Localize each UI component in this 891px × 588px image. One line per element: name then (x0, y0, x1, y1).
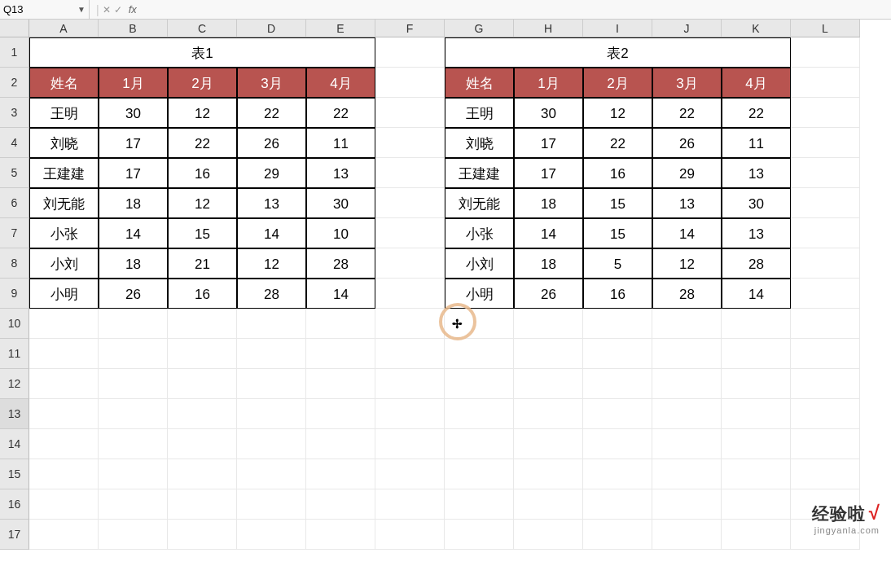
cell[interactable] (99, 429, 168, 459)
cell[interactable] (375, 429, 445, 459)
cell[interactable] (168, 369, 237, 399)
cell[interactable] (791, 279, 860, 309)
table1-data-cell[interactable]: 18 (99, 188, 168, 218)
cell[interactable] (306, 309, 375, 339)
row-header[interactable]: 5 (0, 158, 29, 188)
table1-data-cell[interactable]: 30 (306, 188, 375, 218)
cell[interactable] (583, 459, 652, 489)
cell[interactable] (237, 309, 306, 339)
table1-title[interactable]: 表1 (29, 37, 375, 68)
cell[interactable] (445, 429, 514, 459)
cell[interactable] (375, 279, 445, 309)
cell[interactable] (583, 520, 652, 550)
cell[interactable] (514, 309, 583, 339)
cell[interactable] (583, 399, 652, 429)
cell[interactable] (375, 218, 445, 248)
table1-data-cell[interactable]: 16 (168, 279, 237, 309)
cell[interactable] (29, 369, 99, 399)
cell[interactable] (375, 188, 445, 218)
cell[interactable] (306, 459, 375, 489)
cell[interactable] (445, 369, 514, 399)
row-header[interactable]: 11 (0, 339, 29, 369)
cell[interactable] (791, 459, 860, 489)
table1-data-cell[interactable]: 14 (237, 218, 306, 248)
cell[interactable] (168, 429, 237, 459)
row-header[interactable]: 6 (0, 188, 29, 218)
table1-data-cell[interactable]: 28 (306, 248, 375, 279)
row-header[interactable]: 14 (0, 429, 29, 459)
cell[interactable] (583, 429, 652, 459)
cell[interactable] (375, 98, 445, 128)
row-header[interactable]: 12 (0, 369, 29, 399)
cell[interactable] (375, 158, 445, 188)
table1-data-cell[interactable]: 小刘 (29, 248, 99, 279)
cell[interactable] (791, 248, 860, 279)
spreadsheet-grid[interactable]: ABCDEFGHIJKL1表1表22姓名1月2月3月4月姓名1月2月3月4月3王… (0, 20, 891, 550)
cell[interactable] (791, 68, 860, 98)
table1-data-cell[interactable]: 刘晓 (29, 128, 99, 158)
cell[interactable] (791, 399, 860, 429)
cell[interactable] (514, 369, 583, 399)
select-all-corner[interactable] (0, 20, 29, 37)
table1-data-cell[interactable]: 22 (237, 98, 306, 128)
cell[interactable] (722, 369, 791, 399)
table2-data-cell[interactable]: 18 (514, 188, 583, 218)
table1-data-cell[interactable]: 30 (99, 98, 168, 128)
column-header[interactable]: I (583, 20, 652, 37)
cell[interactable] (99, 369, 168, 399)
cell[interactable] (375, 248, 445, 279)
name-box-input[interactable] (3, 3, 60, 15)
cell[interactable] (29, 429, 99, 459)
cell[interactable] (375, 309, 445, 339)
cell[interactable] (652, 520, 722, 550)
table2-header-cell[interactable]: 3月 (652, 68, 722, 98)
table1-data-cell[interactable]: 14 (99, 218, 168, 248)
cell[interactable] (652, 429, 722, 459)
cell[interactable] (583, 309, 652, 339)
table1-data-cell[interactable]: 王明 (29, 98, 99, 128)
cell[interactable] (722, 520, 791, 550)
cell[interactable] (514, 520, 583, 550)
cell[interactable] (514, 429, 583, 459)
cell[interactable] (652, 459, 722, 489)
cell[interactable] (652, 399, 722, 429)
cell[interactable] (237, 520, 306, 550)
table2-data-cell[interactable]: 小张 (445, 218, 514, 248)
cell[interactable] (722, 399, 791, 429)
table1-data-cell[interactable]: 28 (237, 279, 306, 309)
table1-data-cell[interactable]: 14 (306, 279, 375, 309)
table2-data-cell[interactable]: 14 (652, 218, 722, 248)
table2-header-cell[interactable]: 1月 (514, 68, 583, 98)
table1-data-cell[interactable]: 刘无能 (29, 188, 99, 218)
row-header[interactable]: 17 (0, 520, 29, 550)
table2-data-cell[interactable]: 14 (514, 218, 583, 248)
row-header[interactable]: 15 (0, 459, 29, 489)
cell[interactable] (306, 339, 375, 369)
cell[interactable] (791, 37, 860, 68)
cell[interactable] (237, 459, 306, 489)
table1-data-cell[interactable]: 29 (237, 158, 306, 188)
table2-data-cell[interactable]: 22 (583, 128, 652, 158)
cell[interactable] (237, 429, 306, 459)
cell[interactable] (583, 339, 652, 369)
table2-data-cell[interactable]: 18 (514, 248, 583, 279)
cell[interactable] (29, 520, 99, 550)
chevron-down-icon[interactable]: ▼ (77, 5, 86, 14)
cell[interactable] (445, 309, 514, 339)
table2-data-cell[interactable]: 小刘 (445, 248, 514, 279)
cell[interactable] (791, 339, 860, 369)
cell[interactable] (306, 429, 375, 459)
cell[interactable] (722, 309, 791, 339)
cell[interactable] (29, 309, 99, 339)
cell[interactable] (791, 98, 860, 128)
cell[interactable] (99, 459, 168, 489)
column-header[interactable]: L (791, 20, 860, 37)
row-header[interactable]: 1 (0, 37, 29, 68)
table2-data-cell[interactable]: 29 (652, 158, 722, 188)
cell[interactable] (168, 459, 237, 489)
cell[interactable] (375, 459, 445, 489)
table2-data-cell[interactable]: 17 (514, 158, 583, 188)
table2-data-cell[interactable]: 28 (722, 248, 791, 279)
cell[interactable] (306, 369, 375, 399)
row-header[interactable]: 4 (0, 128, 29, 158)
